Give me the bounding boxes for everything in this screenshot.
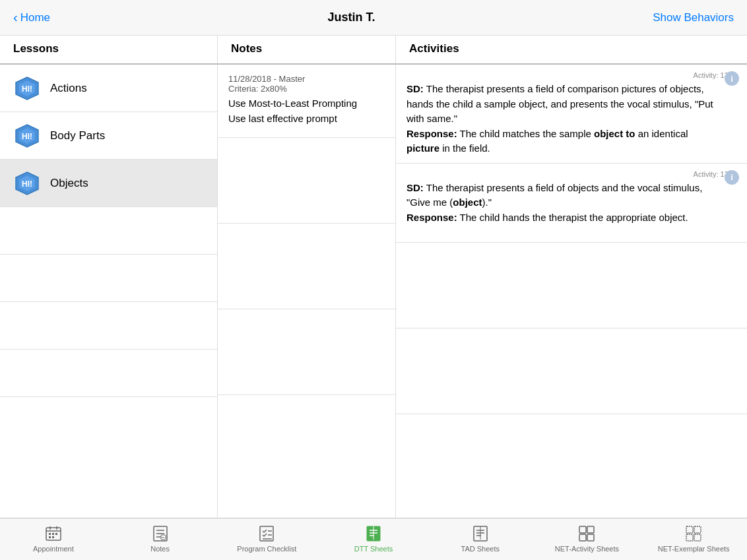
response-text-1b: an identical: [635, 128, 688, 139]
response-text-2: The child hands the therapist the approp…: [457, 212, 688, 223]
lesson-item-actions[interactable]: HI! Actions: [0, 65, 217, 112]
tab-program-checklist[interactable]: Program Checklist: [213, 518, 320, 560]
objects-lesson-icon: HI!: [13, 170, 41, 197]
svg-rect-41: [686, 526, 693, 533]
activity-number-1384: Activity: 1384: [406, 170, 736, 178]
tab-appointment-label: Appointment: [33, 545, 74, 553]
activities-column-header: Activities: [396, 36, 747, 63]
chevron-left-icon: ‹: [13, 10, 18, 25]
notes-column-header: Notes: [218, 36, 396, 63]
lessons-column-header: Lessons: [0, 36, 218, 63]
lesson-item-objects[interactable]: HI! Objects: [0, 160, 217, 207]
lesson-placeholder-1: [0, 207, 217, 255]
note-placeholder-2: [218, 224, 395, 309]
note-item-1[interactable]: Use Most-to-Least Prompting: [228, 98, 385, 109]
tab-net-exemplar-label: NET-Exemplar Sheets: [658, 545, 730, 553]
activity-body-1378: SD: The therapist presents a field of co…: [406, 82, 736, 156]
tab-appointment[interactable]: Appointment: [0, 518, 107, 560]
lessons-column: HI! Actions HI! Body Parts HI!: [0, 65, 218, 518]
info-button-1384[interactable]: i: [725, 170, 739, 185]
body-parts-lesson-icon: HI!: [13, 122, 41, 150]
note-section-1: 11/28/2018 - Master Criteria: 2x80% Use …: [218, 65, 395, 138]
net-exemplar-icon: [684, 524, 703, 543]
svg-text:HI!: HI!: [22, 132, 32, 141]
svg-rect-37: [579, 526, 586, 533]
show-behaviors-button[interactable]: Show Behaviors: [653, 11, 734, 24]
sd-text-1: The therapist presents a field of compar…: [406, 83, 713, 124]
note-item-2[interactable]: Use last effective prompt: [228, 113, 385, 124]
tab-tad-sheets-label: TAD Sheets: [461, 545, 500, 553]
activity-placeholder-1: [396, 243, 747, 328]
actions-label: Actions: [50, 82, 87, 95]
notes-icon: [151, 524, 170, 543]
svg-rect-38: [587, 526, 594, 533]
activities-column: Activity: 1378 SD: The therapist present…: [396, 65, 747, 518]
svg-rect-15: [55, 533, 57, 535]
calendar-icon: [44, 524, 63, 543]
svg-rect-44: [694, 534, 701, 541]
svg-rect-43: [686, 534, 693, 541]
note-placeholder-1: [218, 138, 395, 224]
activity-placeholder-3: [396, 414, 747, 500]
checklist-icon: [257, 524, 276, 543]
sd-bold-2: object: [453, 197, 482, 208]
note-date: 11/28/2018 - Master Criteria: 2x80%: [228, 74, 385, 94]
response-text-1c: in the field.: [439, 142, 490, 154]
objects-label: Objects: [50, 177, 88, 190]
note-placeholder-4: [218, 395, 395, 481]
note-placeholder-3: [218, 309, 395, 395]
response-label-2: Response:: [406, 212, 457, 223]
net-activity-icon: [577, 524, 596, 543]
sd-label-1: SD:: [406, 83, 424, 94]
tab-program-checklist-label: Program Checklist: [237, 545, 296, 553]
back-button[interactable]: ‹ Home: [13, 10, 50, 25]
tab-bar: Appointment Notes Prog: [0, 518, 747, 560]
activity-body-1384: SD: The therapist presents a field of ob…: [406, 181, 736, 226]
svg-text:HI!: HI!: [22, 179, 32, 189]
tad-icon: [471, 524, 490, 543]
svg-rect-17: [52, 536, 54, 538]
svg-text:HI!: HI!: [22, 84, 32, 94]
tab-dtt-sheets[interactable]: DTT Sheets: [320, 518, 427, 560]
body-parts-label: Body Parts: [50, 129, 105, 142]
activity-number-1378: Activity: 1378: [406, 71, 736, 79]
svg-rect-40: [587, 534, 594, 541]
response-text-1a: The child matches the sample: [457, 128, 594, 139]
tab-tad-sheets[interactable]: TAD Sheets: [427, 518, 534, 560]
app-header: ‹ Home Justin T. Show Behaviors: [0, 0, 747, 36]
lesson-placeholder-5: [0, 397, 217, 445]
tab-net-exemplar-sheets[interactable]: NET-Exemplar Sheets: [640, 518, 747, 560]
tab-net-activity-label: NET-Activity Sheets: [555, 545, 619, 553]
sd-text-2b: ).": [482, 197, 492, 208]
notes-column: 11/28/2018 - Master Criteria: 2x80% Use …: [218, 65, 396, 518]
tab-notes[interactable]: Notes: [107, 518, 214, 560]
sd-text-2a: The therapist presents a field of object…: [406, 182, 702, 208]
info-button-1378[interactable]: i: [725, 71, 739, 86]
tab-net-activity-sheets[interactable]: NET-Activity Sheets: [534, 518, 641, 560]
svg-rect-42: [694, 526, 701, 533]
tab-notes-label: Notes: [150, 545, 170, 553]
tab-dtt-sheets-label: DTT Sheets: [354, 545, 393, 553]
activity-card-1384: Activity: 1384 SD: The therapist present…: [396, 164, 747, 243]
lesson-placeholder-3: [0, 302, 217, 350]
response-label-1: Response:: [406, 128, 457, 139]
lesson-item-body-parts[interactable]: HI! Body Parts: [0, 112, 217, 160]
main-content: HI! Actions HI! Body Parts HI!: [0, 65, 747, 518]
svg-rect-39: [579, 534, 586, 541]
response-bold-1b: picture: [406, 142, 439, 154]
sd-label-2: SD:: [406, 182, 424, 193]
svg-rect-14: [52, 533, 54, 535]
lesson-placeholder-4: [0, 350, 217, 397]
activity-placeholder-2: [396, 328, 747, 414]
response-bold-1a: object to: [594, 128, 635, 139]
activity-card-1378: Activity: 1378 SD: The therapist present…: [396, 65, 747, 164]
page-title: Justin T.: [328, 11, 375, 24]
svg-rect-16: [49, 536, 51, 538]
columns-header: Lessons Notes Activities: [0, 36, 747, 65]
back-label: Home: [20, 11, 50, 24]
svg-rect-13: [49, 533, 51, 535]
lesson-placeholder-2: [0, 255, 217, 302]
dtt-icon: [364, 524, 383, 543]
actions-lesson-icon: HI!: [13, 75, 41, 102]
